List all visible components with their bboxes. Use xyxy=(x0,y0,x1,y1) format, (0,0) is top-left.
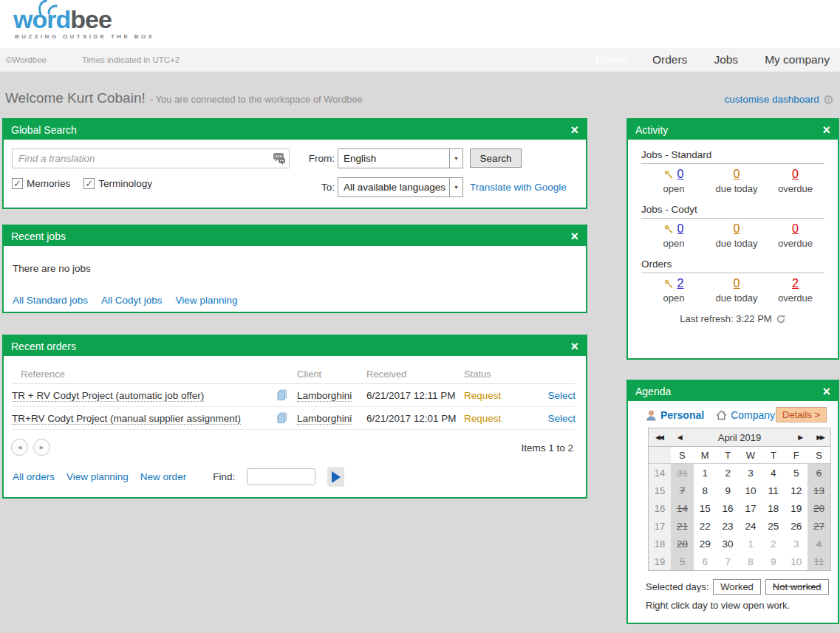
calendar-day[interactable]: 12 xyxy=(785,482,807,499)
close-icon[interactable]: × xyxy=(570,123,578,137)
order-reference-link[interactable]: TR + RV Codyt Project (automatic job off… xyxy=(12,390,276,401)
calendar-day[interactable]: 4 xyxy=(762,464,785,482)
tab-personal[interactable]: Personal xyxy=(646,409,704,421)
nav-item-my-company[interactable]: My company xyxy=(765,53,830,66)
prev-year-icon[interactable]: ◀◀ xyxy=(655,434,663,441)
worked-button[interactable]: Worked xyxy=(713,579,761,595)
chevron-down-icon[interactable]: ▼ xyxy=(449,149,462,168)
due-count-link[interactable]: 0 xyxy=(734,222,740,236)
open-count-link[interactable]: 0 xyxy=(677,222,684,236)
calendar-day[interactable]: 2 xyxy=(762,535,785,552)
calendar-day[interactable]: 7 xyxy=(717,552,740,570)
find-go-button[interactable] xyxy=(327,467,344,487)
from-language-select[interactable]: English ▼ xyxy=(338,148,463,168)
calendar-day[interactable]: 23 xyxy=(717,517,740,535)
all-standard-jobs-link[interactable]: All Standard jobs xyxy=(13,295,88,306)
calendar-day[interactable]: 15 xyxy=(694,499,717,517)
translation-bubbles-icon[interactable] xyxy=(271,152,287,168)
memories-checkbox[interactable]: ✓ xyxy=(12,178,23,189)
open-count-link[interactable]: 0 xyxy=(677,168,684,181)
calendar-day[interactable]: 1 xyxy=(740,535,762,552)
view-planning-link[interactable]: View planning xyxy=(66,471,129,482)
calendar-day[interactable]: 14 xyxy=(671,499,694,517)
next-month-icon[interactable]: ▶ xyxy=(798,434,802,441)
calendar-day[interactable]: 26 xyxy=(785,517,807,535)
calendar-day[interactable]: 8 xyxy=(694,482,717,499)
calendar-day[interactable]: 19 xyxy=(785,499,807,517)
calendar-day[interactable]: 10 xyxy=(785,552,807,570)
all-orders-link[interactable]: All orders xyxy=(13,471,55,482)
calendar-day[interactable]: 29 xyxy=(694,535,717,552)
calendar-day[interactable]: 27 xyxy=(807,517,830,535)
calendar-day[interactable]: 30 xyxy=(717,535,740,552)
refresh-icon[interactable] xyxy=(776,314,786,324)
open-count-link[interactable]: 2 xyxy=(677,277,684,290)
nav-item-home[interactable]: Home xyxy=(595,53,626,66)
calendar-day[interactable]: 17 xyxy=(740,499,762,517)
prev-page-button[interactable]: ◀ xyxy=(11,439,28,456)
calendar-day[interactable]: 5 xyxy=(671,552,694,570)
calendar-day[interactable]: 10 xyxy=(740,482,762,499)
calendar-day[interactable]: 6 xyxy=(807,464,830,482)
order-client-link[interactable]: Lamborghini xyxy=(297,390,366,401)
search-input[interactable] xyxy=(12,148,290,168)
due-count-link[interactable]: 0 xyxy=(734,277,740,290)
calendar-day[interactable]: 13 xyxy=(807,482,830,499)
calendar-day[interactable]: 1 xyxy=(694,464,717,482)
close-icon[interactable]: × xyxy=(570,230,578,243)
customise-dashboard-link[interactable]: customise dashboard xyxy=(724,94,819,105)
details-button[interactable]: Details > xyxy=(776,407,827,422)
calendar-day[interactable]: 24 xyxy=(740,517,762,535)
next-page-button[interactable]: ▶ xyxy=(33,439,50,456)
gear-icon[interactable]: ⚙ xyxy=(823,92,834,108)
nav-item-jobs[interactable]: Jobs xyxy=(714,53,738,66)
calendar-day[interactable]: 28 xyxy=(671,535,694,552)
terminology-checkbox-group[interactable]: ✓ Terminology xyxy=(83,178,152,189)
calendar-day[interactable]: 18 xyxy=(762,499,785,517)
order-client-link[interactable]: Lamborghini xyxy=(297,413,366,424)
calendar-day[interactable]: 4 xyxy=(807,535,830,552)
new-order-link[interactable]: New order xyxy=(140,471,186,482)
calendar-day[interactable]: 25 xyxy=(762,517,785,535)
nav-item-orders[interactable]: Orders xyxy=(652,53,687,66)
select-link[interactable]: Select xyxy=(547,390,576,401)
overdue-count-link[interactable]: 0 xyxy=(792,168,799,181)
view-planning-link[interactable]: View planning xyxy=(176,295,238,306)
all-codyt-jobs-link[interactable]: All Codyt jobs xyxy=(101,295,163,306)
not-worked-button[interactable]: Not worked xyxy=(765,579,829,595)
order-reference-link[interactable]: TR+RV Codyt Project (manual supplier ass… xyxy=(12,413,276,424)
calendar-day[interactable]: 2 xyxy=(717,464,740,482)
chevron-down-icon[interactable]: ▼ xyxy=(449,178,462,196)
wordbee-logo[interactable]: wordbee BUZZING OUTSIDE THE BOX xyxy=(13,6,161,40)
close-icon[interactable]: × xyxy=(822,385,830,398)
next-year-icon[interactable]: ▶▶ xyxy=(816,434,824,441)
calendar-day[interactable]: 31 xyxy=(671,464,694,482)
calendar-day[interactable]: 22 xyxy=(694,517,717,535)
select-link[interactable]: Select xyxy=(547,413,576,424)
calendar-day[interactable]: 6 xyxy=(694,552,717,570)
calendar-day[interactable]: 5 xyxy=(785,464,807,482)
calendar-day[interactable]: 3 xyxy=(785,535,807,552)
calendar-day[interactable]: 11 xyxy=(762,482,785,499)
find-input[interactable] xyxy=(247,468,315,485)
terminology-checkbox[interactable]: ✓ xyxy=(83,178,95,189)
calendar-day[interactable]: 20 xyxy=(807,499,830,517)
calendar-day[interactable]: 9 xyxy=(762,552,785,570)
calendar-day[interactable]: 3 xyxy=(740,464,762,482)
overdue-count-link[interactable]: 2 xyxy=(792,277,799,290)
calendar-day[interactable]: 11 xyxy=(807,552,830,570)
overdue-count-link[interactable]: 0 xyxy=(792,222,799,236)
calendar-day[interactable]: 21 xyxy=(671,517,694,535)
calendar-day[interactable]: 7 xyxy=(671,482,694,499)
due-count-link[interactable]: 0 xyxy=(734,168,740,181)
translate-with-google-link[interactable]: Translate with Google xyxy=(470,182,567,193)
close-icon[interactable]: × xyxy=(570,340,578,353)
search-button[interactable]: Search xyxy=(470,148,522,168)
calendar-day[interactable]: 8 xyxy=(740,552,762,570)
memories-checkbox-group[interactable]: ✓ Memories xyxy=(12,178,70,189)
close-icon[interactable]: × xyxy=(822,123,830,137)
tab-company[interactable]: Company xyxy=(716,409,775,421)
calendar-day[interactable]: 9 xyxy=(717,482,740,499)
calendar-day[interactable]: 16 xyxy=(717,499,740,517)
to-language-select[interactable]: All available languages ▼ xyxy=(338,177,463,197)
